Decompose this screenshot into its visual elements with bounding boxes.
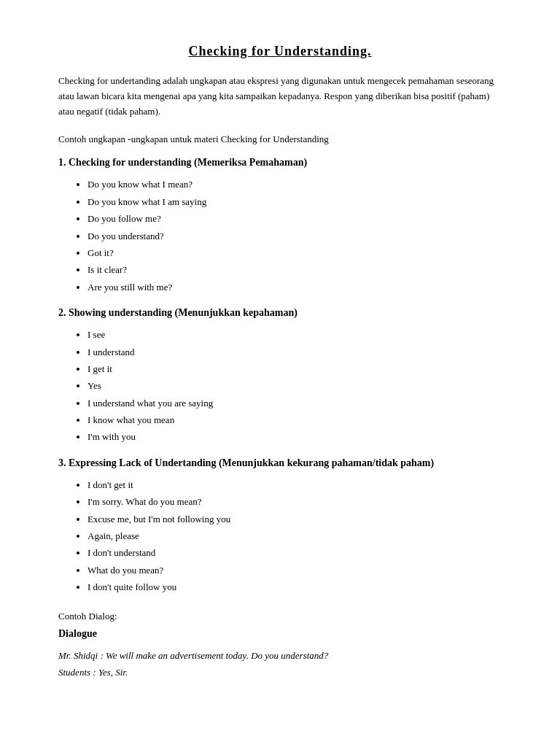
list-item: Is it clear?	[88, 261, 502, 278]
list-item: I understand what you are saying	[88, 395, 502, 411]
list-item: Got it?	[88, 244, 502, 261]
list-item: Do you know what I mean?	[88, 176, 502, 193]
list-item: Are you still with me?	[88, 279, 502, 295]
list-item: I know what you mean	[88, 411, 502, 428]
section-1: 1. Checking for understanding (Memeriksa…	[58, 157, 502, 295]
list-item: I understand	[88, 344, 502, 360]
section-1-title: 1. Checking for understanding (Memeriksa…	[58, 157, 502, 169]
list-item: Do you know what I am saying	[88, 193, 502, 210]
list-item: Yes	[88, 377, 502, 394]
dialog-intro-text: Contoh Dialog:	[58, 611, 502, 622]
page-title: Checking for Understanding.	[58, 44, 502, 59]
section-2-list: I see I understand I get it Yes I unders…	[58, 326, 502, 446]
dialogue-title: Dialogue	[58, 628, 502, 640]
list-item: What do you mean?	[88, 562, 502, 578]
list-item: I see	[88, 326, 502, 343]
list-item: I don't understand	[88, 544, 502, 561]
section-2-title: 2. Showing understanding (Menunjukkan ke…	[58, 307, 502, 319]
dialogue-line-2: Students : Yes, Sir.	[58, 664, 502, 681]
section-3-title: 3. Expressing Lack of Undertanding (Menu…	[58, 457, 502, 469]
intro-paragraph: Checking for undertanding adalah ungkapa…	[58, 74, 502, 119]
list-item: I'm with you	[88, 428, 502, 445]
list-item: Again, please	[88, 527, 502, 544]
list-item: I get it	[88, 360, 502, 377]
section-1-list: Do you know what I mean? Do you know wha…	[58, 176, 502, 295]
section-3-list: I don't get it I'm sorry. What do you me…	[58, 476, 502, 596]
list-item: Do you understand?	[88, 228, 502, 244]
contoh-intro-text: Contoh ungkapan -ungkapan untuk materi C…	[58, 133, 502, 145]
list-item: Do you follow me?	[88, 210, 502, 227]
list-item: I'm sorry. What do you mean?	[88, 493, 502, 510]
section-2: 2. Showing understanding (Menunjukkan ke…	[58, 307, 502, 446]
list-item: I don't quite follow you	[88, 578, 502, 595]
dialogue-line-1: Mr. Shidqi : We will make an advertiseme…	[58, 647, 502, 664]
list-item: I don't get it	[88, 476, 502, 493]
section-3: 3. Expressing Lack of Undertanding (Menu…	[58, 457, 502, 596]
list-item: Excuse me, but I'm not following you	[88, 511, 502, 527]
